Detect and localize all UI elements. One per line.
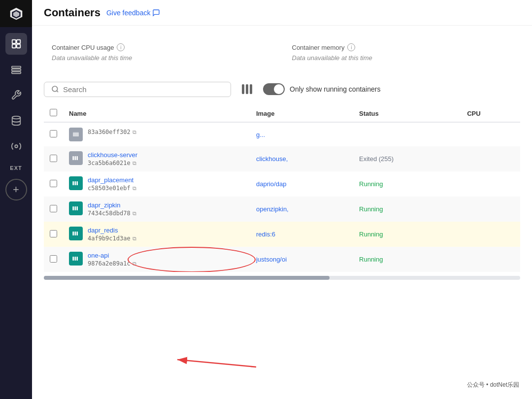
copy-id-button[interactable]: ⧉ xyxy=(133,210,136,217)
columns-toggle-button[interactable] xyxy=(239,81,255,97)
sidebar-item-containers[interactable] xyxy=(5,33,27,55)
sidebar-item-extensions[interactable] xyxy=(5,135,27,157)
image-link[interactable]: redis:6 xyxy=(256,231,275,238)
running-toggle[interactable] xyxy=(263,83,285,95)
container-icon xyxy=(69,252,83,266)
page-header: Containers Give feedback xyxy=(32,0,532,26)
feedback-icon xyxy=(152,9,160,17)
feedback-link[interactable]: Give feedback xyxy=(106,9,161,17)
container-icon xyxy=(69,176,83,190)
row-checkbox[interactable] xyxy=(50,180,57,187)
container-id-text: 9876a2e89a1c xyxy=(88,260,131,267)
col-bar-2 xyxy=(246,84,248,94)
row-checkbox[interactable] xyxy=(50,155,57,162)
container-name-link[interactable]: dapr_placement xyxy=(88,176,136,184)
running-toggle-container: Only show running containers xyxy=(263,83,380,95)
container-logo xyxy=(72,204,80,212)
container-name-link[interactable]: clickhouse-server xyxy=(88,151,137,159)
copy-id-button[interactable]: ⧉ xyxy=(133,261,136,267)
row-image-cell: clickhouse, xyxy=(250,146,353,171)
container-icon xyxy=(69,201,83,215)
row-status-cell: Running xyxy=(353,247,461,272)
row-checkbox[interactable] xyxy=(50,230,57,237)
sidebar-nav: EXT + xyxy=(5,27,27,399)
row-checkbox[interactable] xyxy=(50,205,57,212)
row-image-cell: redis:6 xyxy=(250,222,353,247)
svg-rect-20 xyxy=(74,181,76,185)
image-link[interactable]: daprio/dap xyxy=(256,180,286,188)
row-status-cell: Running xyxy=(353,171,461,197)
container-name-wrapper: dapr_redis 4af9b9c1d3ae ⧉ xyxy=(69,227,244,242)
table-row: dapr_zipkin 7434c58dbd78 ⧉ openzipkin, xyxy=(44,197,520,222)
container-id-text: 4af9b9c1d3ae xyxy=(88,235,131,242)
containers-nav-icon xyxy=(11,38,22,49)
container-info: clickhouse-server 3ca5b6a6021e ⧉ xyxy=(88,151,137,166)
status-badge: Running xyxy=(359,256,383,263)
copy-id-button[interactable]: ⧉ xyxy=(133,129,136,135)
sidebar-ext-label[interactable]: EXT xyxy=(10,161,22,175)
search-icon xyxy=(51,85,59,93)
scrollbar-thumb xyxy=(44,276,330,280)
container-name-wrapper: clickhouse-server 3ca5b6a6021e ⧉ xyxy=(69,151,244,166)
container-name-wrapper: one-api 9876a2e89a1c ⧉ xyxy=(69,252,244,267)
svg-rect-9 xyxy=(11,72,20,74)
copy-id-button[interactable]: ⧉ xyxy=(133,235,136,242)
container-info: dapr_placement c58503e01ebf ⧉ xyxy=(88,176,136,192)
svg-point-10 xyxy=(12,116,20,119)
row-checkbox[interactable] xyxy=(50,130,57,137)
row-checkbox-cell xyxy=(44,247,63,272)
table: Name Image Status CPU xyxy=(44,105,520,272)
cpu-label-text: Container CPU usage xyxy=(52,44,114,51)
container-name-link[interactable]: one-api xyxy=(88,252,136,259)
svg-rect-14 xyxy=(73,133,79,136)
metrics-row: Container CPU usage i Data unavailable a… xyxy=(44,35,520,69)
container-id: c58503e01ebf ⧉ xyxy=(88,185,136,192)
cpu-info-icon[interactable]: i xyxy=(117,43,125,51)
cpu-metric-value: Data unavailable at this time xyxy=(52,54,272,62)
container-id: 7434c58dbd78 ⧉ xyxy=(88,210,136,217)
status-badge: Running xyxy=(359,180,383,188)
sidebar-item-images[interactable] xyxy=(5,59,27,80)
container-logo xyxy=(72,255,80,263)
container-id-text: 7434c58dbd78 xyxy=(88,210,131,217)
svg-point-12 xyxy=(52,86,58,92)
image-link[interactable]: clickhouse, xyxy=(256,155,288,163)
svg-rect-8 xyxy=(11,69,20,71)
row-name-cell: one-api 9876a2e89a1c ⧉ xyxy=(63,247,250,272)
app-logo[interactable] xyxy=(0,0,32,27)
container-id-text: 3ca5b6a6021e xyxy=(88,160,131,166)
sidebar-item-tools[interactable] xyxy=(5,84,27,106)
container-logo xyxy=(72,179,80,187)
row-image-cell: openzipkin, xyxy=(250,197,353,222)
copy-id-button[interactable]: ⧉ xyxy=(133,160,136,166)
row-cpu-cell xyxy=(461,197,520,222)
sidebar-add-button[interactable]: + xyxy=(5,179,27,200)
image-link[interactable]: g... xyxy=(256,131,265,138)
svg-rect-15 xyxy=(73,132,79,133)
status-badge: Exited (255) xyxy=(359,155,394,163)
svg-rect-6 xyxy=(16,44,20,48)
svg-rect-21 xyxy=(76,181,78,185)
container-name-link[interactable]: dapr_zipkin xyxy=(88,201,136,209)
row-checkbox[interactable] xyxy=(50,255,57,263)
image-link[interactable]: openzipkin, xyxy=(256,205,289,213)
container-name-link[interactable]: dapr_redis xyxy=(88,227,136,234)
row-image-cell: g... xyxy=(250,122,353,146)
row-image-cell: justsong/oi xyxy=(250,247,353,272)
tools-nav-icon xyxy=(11,90,22,100)
horizontal-scrollbar[interactable] xyxy=(44,276,520,280)
container-info: dapr_zipkin 7434c58dbd78 ⧉ xyxy=(88,201,136,217)
svg-rect-23 xyxy=(74,206,76,210)
sidebar-item-volumes[interactable] xyxy=(5,110,27,132)
copy-id-button[interactable]: ⧉ xyxy=(133,185,136,192)
table-row: 83a360eff302 ⧉ g... xyxy=(44,122,520,146)
container-info: dapr_redis 4af9b9c1d3ae ⧉ xyxy=(88,227,136,242)
select-all-checkbox[interactable] xyxy=(50,109,57,116)
image-link[interactable]: justsong/oi xyxy=(256,256,287,263)
memory-info-icon[interactable]: i xyxy=(347,43,355,51)
row-name-cell: dapr_redis 4af9b9c1d3ae ⧉ xyxy=(63,222,250,247)
extensions-nav-icon xyxy=(11,141,22,152)
toggle-label: Only show running containers xyxy=(290,85,380,93)
table-header: Name Image Status CPU xyxy=(44,105,520,122)
search-input[interactable] xyxy=(63,85,224,94)
